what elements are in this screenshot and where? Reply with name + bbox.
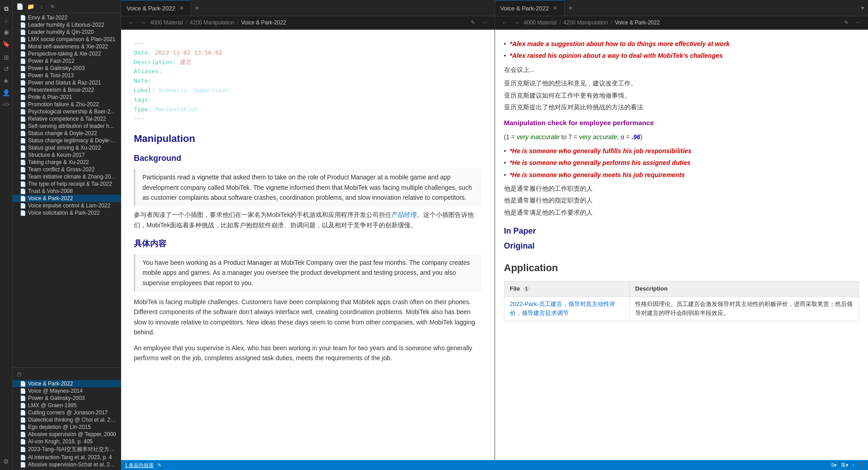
right-back-btn[interactable]: ← [500,18,509,27]
file-item[interactable]: 📄Envy & Tai-2022 [13,14,121,21]
right-content-pane[interactable]: • *Alex made a suggestion about how to d… [495,30,868,460]
file-item[interactable]: 📄Leader humility & Qin-2020 [13,28,121,36]
right-edit-icon[interactable]: ✎ [842,18,851,27]
status-link[interactable]: 1 条反向链接 [125,462,154,469]
chinese-para1: 参与者阅读了一个小插图，要求他们在一家名为MobiTek的手机游戏和应用程序开发… [134,210,482,230]
file-doc-icon: 📄 [20,152,26,158]
right-breadcrumb-bar: ← → 4000 Material / 4200 Manipulation / … [495,16,868,29]
product-manager-link[interactable]: 产品经理 [392,211,417,218]
recent-file-item[interactable]: 📄Cutting corners @ Jonason-2017 [13,409,121,416]
right-new-tab-btn[interactable]: + [565,0,576,16]
file-item[interactable]: 📄Status change & Doyle-2022 [13,130,121,137]
tag-icon[interactable]: ⊞ [1,52,11,62]
breadcrumb-sep2: / [237,19,238,26]
file-item[interactable]: 📄Structure & Keum-2017 [13,151,121,159]
file-item-name: Voice solicitation & Park-2022 [28,210,100,216]
back-btn[interactable]: ← [127,18,136,27]
background-blockquote: Participants read a vignette that asked … [134,169,482,206]
recent-file-item[interactable]: 📄Voice @ Maynes-2014 [13,387,121,395]
left-active-tab[interactable]: Voice & Park-2022 ✕ [121,0,191,16]
new-folder-icon[interactable]: 📁 [26,2,35,11]
file-item[interactable]: 📄Power & Fast-2012 [13,57,121,65]
meta-date: Date: 2022-12-02 13:56:02 [134,48,482,58]
history-icon[interactable]: ↺ [1,64,11,74]
file-item[interactable]: 📄Power and Status & Raz-2021 [13,79,121,86]
right-breadcrumb-part2[interactable]: 4200 Manipulation [564,19,608,26]
right-active-tab[interactable]: Voice & Park-2022 ✕ [495,0,565,16]
recent-item-name: Ego depletion @ Lin-2015 [28,424,91,430]
right-breadcrumb-part1[interactable]: 4000 Material [524,19,557,26]
right-sep1: / [559,19,561,26]
file-item[interactable]: 📄Power & Tost-2013 [13,72,121,79]
file-item[interactable]: 📄Presenteeism & Brosi-2022 [13,86,121,94]
recent-file-item[interactable]: 📄Power & Galinsky-2003 [13,395,121,402]
file-item[interactable]: 📄Leader humility & Liborius-2022 [13,21,121,28]
file-item[interactable]: 📄Power & Galinsky-2003 [13,65,121,72]
file-item[interactable]: 📄Perspective-taking & Xie-2022 [13,50,121,57]
mc-text-2: *He is someone who generally performs hi… [509,158,690,168]
file-item-name: Promotion failure & Zhu-2022 [28,101,99,108]
sort-icon[interactable]: ↕ [37,2,46,11]
file-list: 📄Envy & Tai-2022📄Leader humility & Libor… [13,13,121,367]
files-icon[interactable]: ⧉ [1,4,11,14]
file-item[interactable]: 📄Voice solicitation & Park-2022 [13,209,121,216]
file-item[interactable]: 📄Psychological ownership & Baer-2... [13,108,121,115]
meta-tags: tags: [134,95,482,105]
search-icon[interactable]: ⌕ [1,15,11,25]
right-forward-btn[interactable]: → [512,18,521,27]
more-icon[interactable]: ⋯ [480,18,489,27]
file-link[interactable]: 2022-Park-员工建言，领导对其主动性评价，领导建言征求调节 [510,301,615,317]
close-panel-icon[interactable]: ✕ [48,2,57,11]
file-item[interactable]: 📄Voice & Park-2022 [13,195,121,202]
file-item[interactable]: 📄Relative competence & Tai-2022 [13,115,121,122]
file-doc-icon: 📄 [20,58,26,64]
star-icon[interactable]: ★ [1,76,11,86]
recent-file-item[interactable]: 📄Al-von Krogh, 2018, p. 405 [13,438,121,445]
status-lang-btn[interactable]: 英▾ [841,462,849,469]
recent-file-item[interactable]: 📄2023-Tang-与AI交互频率对社交方面的影... [13,445,121,454]
recent-file-item[interactable]: 📄Abusive supervision @ Tepper, 2000 [13,431,121,438]
graph-icon[interactable]: ◉ [1,27,11,37]
file-item[interactable]: 📄Status change legitimacy & Doyle-... [13,137,121,144]
main-area: Voice & Park-2022 ✕ + Voice & Park-2022 … [121,0,868,470]
recent-file-item[interactable]: 📄Dialectical thinking @ Choi et al, 2007 [13,416,121,423]
recent-file-item[interactable]: 📄LMX @ Graen-1995 [13,402,121,409]
file-item[interactable]: 📄Self-serving attribution of leader h... [13,122,121,130]
settings-icon[interactable]: ⚙ [1,456,11,466]
file-item[interactable]: 📄Team conflict & Gross-2022 [13,166,121,173]
file-item-name: Self-serving attribution of leader h... [28,123,113,129]
breadcrumb-part2[interactable]: 4200 Manipulation [190,19,234,26]
file-item-name: LMX social comparison & Plan-2021 [28,36,115,42]
left-content-pane[interactable]: --- Date: 2022-12-02 13:56:02 Descriptio… [121,30,495,460]
status-sync-icon[interactable]: ↑ [852,462,855,468]
left-tab-close[interactable]: ✕ [178,5,185,12]
breadcrumb-part1[interactable]: 4000 Material [150,19,183,26]
forward-btn[interactable]: → [138,18,147,27]
left-new-tab-btn[interactable]: + [191,0,203,16]
right-more-icon[interactable]: ⋯ [854,18,863,27]
right-tab-close[interactable]: ✕ [552,5,559,12]
file-item[interactable]: 📄Moral self-awareness & Xie-2022 [13,43,121,50]
person-icon[interactable]: 👤 [1,88,11,98]
recent-file-item[interactable]: 📄Abusive supervision-Schat et al, 2006 [13,461,121,468]
recent-file-item[interactable]: 📄Ego depletion @ Lin-2015 [13,423,121,431]
file-item[interactable]: 📄Voice impulse control & Lam-2022 [13,202,121,209]
file-item[interactable]: 📄Taking charge & Xu-2022 [13,159,121,166]
edit-icon-status[interactable]: ✎ [157,462,161,468]
file-item[interactable]: 📄Status goal striving & Xu-2022 [13,144,121,151]
file-item[interactable]: 📄Pride & Plan-2021 [13,94,121,101]
recent-file-item[interactable]: 📄Voice & Park-2022 [13,380,121,387]
file-item[interactable]: 📄Team initiative climate & Zhang-20... [13,173,121,180]
file-item[interactable]: 📄LMX social comparison & Plan-2021 [13,36,121,43]
status-s-btn[interactable]: S▾ [831,462,837,468]
bookmark-icon[interactable]: 🔖 [1,39,11,49]
file-doc-icon: 📄 [20,203,26,209]
code-icon[interactable]: </> [1,99,11,109]
new-file-icon[interactable]: 📄 [15,2,24,11]
file-item[interactable]: 📄The type of help receipt & Tai-2022 [13,180,121,188]
file-item[interactable]: 📄Trust & Vohs-2008 [13,188,121,195]
recent-file-item[interactable]: 📄Al interaction-Tang et al, 2023, p. 4 [13,454,121,461]
tab-dropdown-btn[interactable]: ▾ [858,0,868,16]
edit-icon[interactable]: ✎ [468,18,477,27]
file-item[interactable]: 📄Promotion failure & Zhu-2022 [13,101,121,108]
